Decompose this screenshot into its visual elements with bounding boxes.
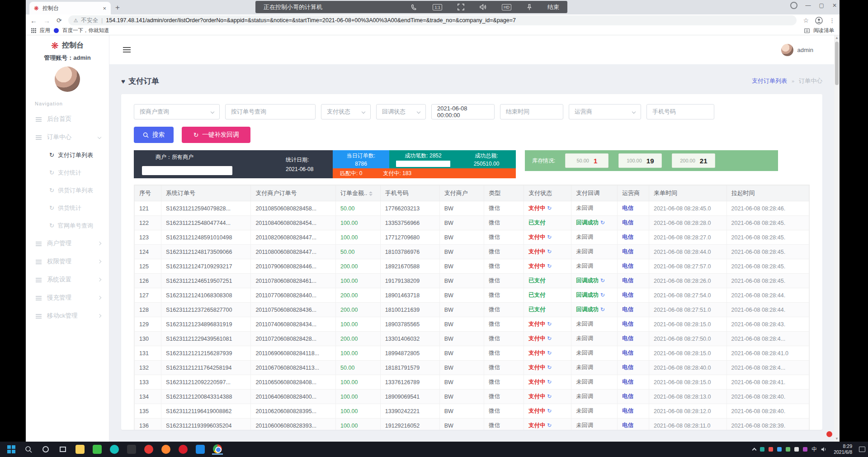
order-no-input[interactable]: 按订单号查询 xyxy=(225,104,316,119)
file-explorer-icon[interactable] xyxy=(75,444,85,455)
chrome-icon[interactable] xyxy=(212,444,223,455)
firefox-icon[interactable] xyxy=(160,444,171,455)
column-header[interactable]: 订单金额.. xyxy=(336,186,381,201)
wechat-icon[interactable] xyxy=(92,444,103,455)
sidebar-subitem[interactable]: ↻供货订单列表 xyxy=(26,181,109,199)
scroll-down-arrow[interactable]: ▼ xyxy=(834,436,840,442)
scrollbar-thumb[interactable] xyxy=(835,42,839,85)
tray-icon[interactable] xyxy=(769,447,773,452)
address-bar[interactable]: ⚠ 不安全 | 154.197.48.141/admin/order/listO… xyxy=(68,15,797,25)
sidebar-item[interactable]: 商户管理 xyxy=(26,234,109,252)
forward-button[interactable]: → xyxy=(43,17,50,24)
user-avatar[interactable] xyxy=(55,67,80,92)
cortana-icon[interactable] xyxy=(40,444,51,455)
refresh-icon[interactable]: ↻ xyxy=(546,335,552,342)
hd-icon[interactable]: HD xyxy=(502,4,511,10)
sidebar-item[interactable]: 慢充管理 xyxy=(26,289,109,307)
sidebar-item[interactable]: 权限管理 xyxy=(26,252,109,271)
task-view-icon[interactable] xyxy=(57,444,68,455)
fullscreen-icon[interactable] xyxy=(458,4,464,10)
sidebar-subitem[interactable]: ↻官网单号查询 xyxy=(26,217,109,234)
refresh-icon[interactable]: ↻ xyxy=(546,393,552,400)
phone-input[interactable]: 手机号码 xyxy=(646,104,714,119)
pin-icon[interactable] xyxy=(527,4,532,10)
resend-callback-button[interactable]: ↻ 一键补发回调 xyxy=(182,127,250,143)
hamburger-icon[interactable] xyxy=(123,47,131,52)
refresh-icon[interactable]: ↻ xyxy=(546,234,552,240)
phone-icon[interactable] xyxy=(411,4,417,10)
speaker-icon[interactable] xyxy=(480,4,486,10)
profile-avatar-icon[interactable] xyxy=(815,17,823,24)
tray-icon[interactable] xyxy=(803,447,807,452)
notification-dot[interactable] xyxy=(826,431,832,437)
app-red-icon[interactable] xyxy=(143,444,154,455)
refresh-icon[interactable]: ↻ xyxy=(546,364,552,371)
scroll-up-arrow[interactable]: ▲ xyxy=(834,35,840,41)
refresh-icon[interactable]: ↻ xyxy=(599,219,604,226)
apps-label[interactable]: 应用 xyxy=(40,27,50,34)
refresh-icon[interactable]: ↻ xyxy=(599,292,604,298)
breadcrumb-link[interactable]: 支付订单列表 xyxy=(752,77,787,85)
refresh-icon[interactable]: ↻ xyxy=(599,306,604,313)
reload-button[interactable]: ⟳ xyxy=(57,17,62,24)
language-indicator[interactable]: 中 xyxy=(811,446,817,453)
video-app-icon[interactable] xyxy=(195,444,206,455)
music-app-icon[interactable] xyxy=(178,444,189,455)
tray-icon[interactable] xyxy=(794,447,799,452)
stat-success-input[interactable] xyxy=(396,161,450,167)
tray-icon[interactable] xyxy=(760,447,764,452)
search-button[interactable]: 搜索 xyxy=(134,127,174,143)
refresh-icon[interactable]: ↻ xyxy=(546,422,552,428)
tray-icon[interactable] xyxy=(786,447,790,452)
sort-icon[interactable] xyxy=(369,191,373,196)
refresh-icon[interactable]: ↻ xyxy=(546,350,552,356)
taskbar-search-icon[interactable] xyxy=(23,444,34,455)
window-maximize-button[interactable]: ▢ xyxy=(819,2,824,9)
refresh-icon[interactable]: ↻ xyxy=(546,205,552,211)
start-time-input[interactable]: 2021-06-08 00:00:00 xyxy=(431,104,495,119)
taskbar-clock[interactable]: 8:29 2021/6/8 xyxy=(834,443,852,455)
start-button[interactable] xyxy=(6,444,17,455)
logo[interactable]: ❋ 控制台 xyxy=(26,41,109,50)
app-teal-icon[interactable] xyxy=(109,444,120,455)
tray-icon[interactable] xyxy=(777,447,782,452)
page-scrollbar[interactable]: ▲ ▼ xyxy=(834,35,840,442)
sidebar-subitem[interactable]: ↻供货统计 xyxy=(26,199,109,217)
window-minimize-button[interactable]: — xyxy=(806,2,811,9)
refresh-icon[interactable]: ↻ xyxy=(599,277,604,284)
carrier-select[interactable]: 运营商 xyxy=(569,104,641,119)
back-button[interactable]: ← xyxy=(30,17,37,24)
refresh-icon[interactable]: ↻ xyxy=(546,321,552,327)
apps-grid-icon[interactable] xyxy=(31,28,36,33)
bookmark-baidu[interactable]: 百度一下，你就知道 xyxy=(62,27,109,34)
sidebar-item[interactable]: 后台首页 xyxy=(26,110,109,128)
sidebar-subitem[interactable]: ↻支付统计 xyxy=(26,164,109,181)
merchant-select[interactable]: 按商户查询 xyxy=(134,104,220,119)
ratio-1-1-icon[interactable]: 1:1 xyxy=(433,4,442,10)
stat-merchant-input[interactable] xyxy=(142,166,232,175)
sidebar-subitem[interactable]: ↻支付订单列表 xyxy=(26,146,109,164)
tab-close-icon[interactable]: × xyxy=(103,5,106,12)
refresh-icon[interactable]: ↻ xyxy=(546,379,552,385)
sidebar-item[interactable]: 移动ck管理 xyxy=(26,307,109,325)
end-time-input[interactable]: 结束时间 xyxy=(500,104,563,119)
reading-list-label[interactable]: 阅读清单 xyxy=(813,27,834,34)
volume-icon[interactable] xyxy=(821,447,827,452)
remote-end-button[interactable]: 结束 xyxy=(547,3,559,11)
menu-kebab-icon[interactable]: ⋮ xyxy=(829,17,835,24)
window-profile-icon[interactable] xyxy=(790,2,797,9)
refresh-icon[interactable]: ↻ xyxy=(546,248,552,255)
browser-tab[interactable]: ❋ 控制台 × xyxy=(29,2,111,14)
sidebar-item[interactable]: 订单中心 xyxy=(26,128,109,146)
pay-status-select[interactable]: 支付状态 xyxy=(321,104,371,119)
bookmark-star-icon[interactable]: ☆ xyxy=(803,17,809,24)
callback-status-select[interactable]: 回调状态 xyxy=(376,104,426,119)
new-tab-button[interactable]: + xyxy=(115,3,120,12)
window-close-button[interactable]: ✕ xyxy=(832,2,837,9)
sidebar-item[interactable]: 系统设置 xyxy=(26,271,109,289)
terminal-icon[interactable] xyxy=(126,444,137,455)
header-user[interactable]: admin xyxy=(781,44,813,56)
refresh-icon[interactable]: ↻ xyxy=(546,408,552,414)
refresh-icon[interactable]: ↻ xyxy=(546,263,552,269)
action-center-icon[interactable] xyxy=(859,447,865,452)
